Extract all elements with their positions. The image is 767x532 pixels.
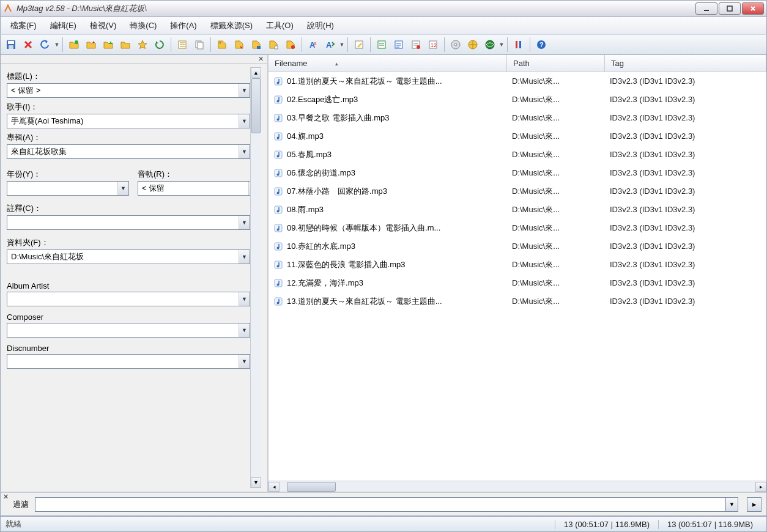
tag3-icon[interactable]	[248, 37, 264, 53]
albumartist-input[interactable]	[7, 292, 239, 306]
menu-edit[interactable]: 編輯(E)	[44, 18, 83, 33]
tag1-icon[interactable]	[214, 37, 230, 53]
menu-tagsources[interactable]: 標籤來源(S)	[204, 18, 259, 33]
menu-convert[interactable]: 轉換(C)	[124, 18, 163, 33]
maximize-button[interactable]	[719, 2, 741, 15]
title-field[interactable]: ▼	[7, 83, 250, 98]
menu-tools[interactable]: 工具(O)	[260, 18, 300, 33]
web-icon[interactable]	[482, 37, 498, 53]
chevron-down-icon[interactable]: ▼	[239, 84, 250, 97]
table-row[interactable]: 01.道別的夏天～來自紅花坂～ 電影主題曲...D:\Music\來...ID3…	[269, 72, 766, 91]
chevron-down-icon[interactable]: ▼	[239, 292, 250, 306]
refresh-icon[interactable]	[152, 37, 168, 53]
action-au-icon[interactable]: A	[322, 37, 338, 53]
action-a-icon[interactable]: Aa	[305, 37, 321, 53]
undo-dropdown-icon[interactable]: ▼	[54, 42, 59, 48]
script1-icon[interactable]	[374, 37, 390, 53]
track-field[interactable]: ▼	[138, 181, 250, 196]
header-filename[interactable]: Filename▴	[269, 55, 507, 72]
chevron-down-icon[interactable]: ▼	[239, 145, 250, 158]
favorite-icon[interactable]	[135, 37, 150, 53]
delete-icon[interactable]	[20, 37, 36, 53]
artist-field[interactable]: ▼	[7, 114, 250, 128]
undo-icon[interactable]	[37, 37, 53, 53]
folder-open-icon[interactable]	[117, 37, 133, 53]
hscroll-thumb[interactable]	[287, 482, 336, 492]
hscroll-track[interactable]	[280, 482, 755, 492]
directory-field[interactable]: ▼	[7, 249, 250, 264]
comment-field[interactable]: ▼	[7, 215, 250, 230]
copy-icon[interactable]	[191, 37, 207, 53]
scroll-down-icon[interactable]: ▼	[251, 477, 261, 488]
chevron-down-icon[interactable]: ▼	[239, 114, 250, 128]
album-field[interactable]: ▼	[7, 144, 250, 159]
scroll-left-icon[interactable]: ◂	[269, 482, 280, 492]
close-button[interactable]	[742, 2, 764, 15]
grid-body[interactable]: 01.道別的夏天～來自紅花坂～ 電影主題曲...D:\Music\來...ID3…	[269, 72, 766, 481]
save-icon[interactable]	[3, 37, 19, 53]
table-row[interactable]: 05.春風.mp3D:\Music\來...ID3v2.3 (ID3v1 ID3…	[269, 146, 766, 164]
composer-input[interactable]	[7, 323, 239, 337]
folder-plus-icon[interactable]	[100, 37, 116, 53]
folder-add-icon[interactable]	[66, 37, 82, 53]
header-path[interactable]: Path	[507, 55, 605, 72]
scroll-up-icon[interactable]: ▲	[251, 67, 261, 78]
table-row[interactable]: 09.初戀的時候（專輯版本）電影插入曲.m...D:\Music\來...ID3…	[269, 219, 766, 237]
year-input[interactable]	[7, 182, 117, 195]
globe-icon[interactable]	[465, 37, 481, 53]
title-input[interactable]	[7, 84, 239, 97]
artist-input[interactable]	[7, 114, 239, 128]
filter-close-icon[interactable]: ✕	[3, 493, 9, 501]
scroll-thumb[interactable]	[251, 78, 261, 133]
table-row[interactable]: 08.雨.mp3D:\Music\來...ID3v2.3 (ID3v1 ID3v…	[269, 201, 766, 219]
composer-field[interactable]: ▼	[7, 323, 250, 338]
chevron-down-icon[interactable]: ▼	[117, 182, 128, 195]
menu-file[interactable]: 檔案(F)	[4, 18, 43, 33]
album-input[interactable]	[7, 145, 239, 158]
table-row[interactable]: 11.深藍色的長浪 電影插入曲.mp3D:\Music\來...ID3v2.3 …	[269, 256, 766, 274]
script2-icon[interactable]	[391, 37, 407, 53]
web-dropdown-icon[interactable]: ▼	[499, 42, 504, 48]
panel-vscrollbar[interactable]: ▲ ▼	[250, 67, 261, 488]
table-row[interactable]: 12.充滿愛，海洋.mp3D:\Music\來...ID3v2.3 (ID3v1…	[269, 274, 766, 292]
tag2-icon[interactable]	[231, 37, 247, 53]
chevron-down-icon[interactable]: ▼	[239, 250, 250, 264]
discnumber-field[interactable]: ▼	[7, 354, 250, 369]
chevron-down-icon[interactable]: ▼	[239, 216, 250, 229]
comment-input[interactable]	[7, 216, 239, 229]
tools-icon[interactable]	[511, 37, 527, 53]
menu-help[interactable]: 說明(H)	[301, 18, 340, 33]
grid-hscrollbar[interactable]: ◂ ▸	[269, 481, 766, 492]
script3-icon[interactable]	[408, 37, 424, 53]
action-dropdown-icon[interactable]: ▼	[339, 42, 344, 48]
header-tag[interactable]: Tag	[605, 55, 766, 72]
table-row[interactable]: 03.早餐之歌 電影插入曲.mp3D:\Music\來...ID3v2.3 (I…	[269, 109, 766, 127]
directory-input[interactable]	[7, 250, 239, 264]
script4-icon[interactable]: 12	[425, 37, 441, 53]
chevron-down-icon[interactable]: ▼	[239, 355, 250, 368]
panel-close-icon[interactable]: ✕	[1, 55, 267, 64]
table-row[interactable]: 13.道別的夏天～來自紅花坂～ 電影主題曲...D:\Music\來...ID3…	[269, 292, 766, 311]
table-row[interactable]: 02.Escape逃亡.mp3D:\Music\來...ID3v2.3 (ID3…	[269, 91, 766, 109]
tag5-icon[interactable]	[283, 37, 298, 53]
table-row[interactable]: 06.懷念的街道.mp3D:\Music\來...ID3v2.3 (ID3v1 …	[269, 164, 766, 182]
scroll-right-icon[interactable]: ▸	[755, 482, 766, 492]
table-row[interactable]: 10.赤紅的水底.mp3D:\Music\來...ID3v2.3 (ID3v1 …	[269, 237, 766, 256]
albumartist-field[interactable]: ▼	[7, 292, 250, 306]
minimize-button[interactable]	[695, 2, 717, 15]
table-row[interactable]: 04.旗.mp3D:\Music\來...ID3v2.3 (ID3v1 ID3v…	[269, 127, 766, 146]
tag4-icon[interactable]	[265, 37, 281, 53]
disc-icon[interactable]	[448, 37, 464, 53]
year-field[interactable]: ▼	[7, 181, 129, 196]
filter-go-button[interactable]: ▸	[747, 497, 761, 512]
filter-dropdown-icon[interactable]: ▼	[726, 497, 738, 512]
edit-icon[interactable]	[351, 37, 367, 53]
menu-view[interactable]: 檢視(V)	[84, 18, 122, 33]
track-input[interactable]	[138, 182, 248, 195]
help-icon[interactable]: ?	[533, 37, 549, 53]
filter-input[interactable]	[35, 497, 726, 512]
chevron-down-icon[interactable]: ▼	[239, 323, 250, 337]
playlist-icon[interactable]	[174, 37, 190, 53]
table-row[interactable]: 07.林蔭小路 回家的路.mp3D:\Music\來...ID3v2.3 (ID…	[269, 182, 766, 201]
menu-actions[interactable]: 操作(A)	[164, 18, 202, 33]
